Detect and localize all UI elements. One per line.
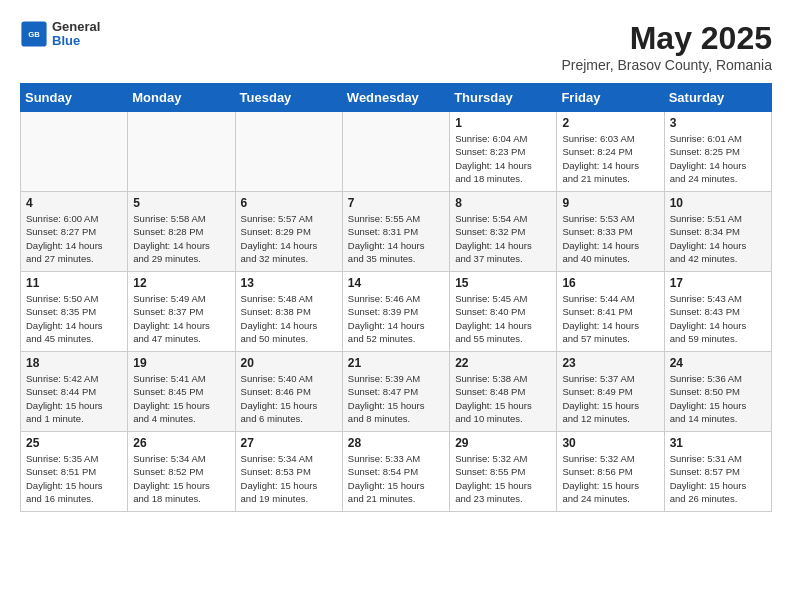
- day-info: Sunrise: 5:36 AMSunset: 8:50 PMDaylight:…: [670, 372, 766, 425]
- day-info: Sunrise: 5:31 AMSunset: 8:57 PMDaylight:…: [670, 452, 766, 505]
- logo-blue-text: Blue: [52, 34, 100, 48]
- calendar-header-row: SundayMondayTuesdayWednesdayThursdayFrid…: [21, 84, 772, 112]
- day-info: Sunrise: 5:34 AMSunset: 8:52 PMDaylight:…: [133, 452, 229, 505]
- day-number: 29: [455, 436, 551, 450]
- day-number: 21: [348, 356, 444, 370]
- title-block: May 2025 Prejmer, Brasov County, Romania: [561, 20, 772, 73]
- day-info: Sunrise: 6:00 AMSunset: 8:27 PMDaylight:…: [26, 212, 122, 265]
- calendar-header-saturday: Saturday: [664, 84, 771, 112]
- calendar-day-9: 9Sunrise: 5:53 AMSunset: 8:33 PMDaylight…: [557, 192, 664, 272]
- day-number: 19: [133, 356, 229, 370]
- day-number: 12: [133, 276, 229, 290]
- calendar-week-row: 25Sunrise: 5:35 AMSunset: 8:51 PMDayligh…: [21, 432, 772, 512]
- day-info: Sunrise: 6:01 AMSunset: 8:25 PMDaylight:…: [670, 132, 766, 185]
- day-info: Sunrise: 5:55 AMSunset: 8:31 PMDaylight:…: [348, 212, 444, 265]
- calendar-week-row: 11Sunrise: 5:50 AMSunset: 8:35 PMDayligh…: [21, 272, 772, 352]
- day-info: Sunrise: 5:42 AMSunset: 8:44 PMDaylight:…: [26, 372, 122, 425]
- day-number: 9: [562, 196, 658, 210]
- calendar-empty-cell: [128, 112, 235, 192]
- day-number: 14: [348, 276, 444, 290]
- day-number: 26: [133, 436, 229, 450]
- subtitle: Prejmer, Brasov County, Romania: [561, 57, 772, 73]
- day-info: Sunrise: 5:48 AMSunset: 8:38 PMDaylight:…: [241, 292, 337, 345]
- day-info: Sunrise: 5:34 AMSunset: 8:53 PMDaylight:…: [241, 452, 337, 505]
- calendar-empty-cell: [235, 112, 342, 192]
- calendar-day-7: 7Sunrise: 5:55 AMSunset: 8:31 PMDaylight…: [342, 192, 449, 272]
- logo-general-text: General: [52, 20, 100, 34]
- day-number: 23: [562, 356, 658, 370]
- calendar-week-row: 18Sunrise: 5:42 AMSunset: 8:44 PMDayligh…: [21, 352, 772, 432]
- day-number: 8: [455, 196, 551, 210]
- day-number: 4: [26, 196, 122, 210]
- day-info: Sunrise: 5:43 AMSunset: 8:43 PMDaylight:…: [670, 292, 766, 345]
- calendar-day-4: 4Sunrise: 6:00 AMSunset: 8:27 PMDaylight…: [21, 192, 128, 272]
- day-number: 18: [26, 356, 122, 370]
- day-number: 5: [133, 196, 229, 210]
- calendar-day-20: 20Sunrise: 5:40 AMSunset: 8:46 PMDayligh…: [235, 352, 342, 432]
- calendar-day-25: 25Sunrise: 5:35 AMSunset: 8:51 PMDayligh…: [21, 432, 128, 512]
- calendar-header-monday: Monday: [128, 84, 235, 112]
- day-number: 16: [562, 276, 658, 290]
- day-info: Sunrise: 5:49 AMSunset: 8:37 PMDaylight:…: [133, 292, 229, 345]
- day-number: 31: [670, 436, 766, 450]
- calendar-day-16: 16Sunrise: 5:44 AMSunset: 8:41 PMDayligh…: [557, 272, 664, 352]
- day-number: 1: [455, 116, 551, 130]
- day-info: Sunrise: 5:35 AMSunset: 8:51 PMDaylight:…: [26, 452, 122, 505]
- day-info: Sunrise: 5:50 AMSunset: 8:35 PMDaylight:…: [26, 292, 122, 345]
- calendar-day-3: 3Sunrise: 6:01 AMSunset: 8:25 PMDaylight…: [664, 112, 771, 192]
- page-header: GB General Blue May 2025 Prejmer, Brasov…: [20, 20, 772, 73]
- day-info: Sunrise: 5:41 AMSunset: 8:45 PMDaylight:…: [133, 372, 229, 425]
- calendar-day-22: 22Sunrise: 5:38 AMSunset: 8:48 PMDayligh…: [450, 352, 557, 432]
- day-info: Sunrise: 5:37 AMSunset: 8:49 PMDaylight:…: [562, 372, 658, 425]
- day-number: 27: [241, 436, 337, 450]
- day-info: Sunrise: 5:40 AMSunset: 8:46 PMDaylight:…: [241, 372, 337, 425]
- calendar-table: SundayMondayTuesdayWednesdayThursdayFrid…: [20, 83, 772, 512]
- day-info: Sunrise: 5:39 AMSunset: 8:47 PMDaylight:…: [348, 372, 444, 425]
- day-number: 3: [670, 116, 766, 130]
- logo: GB General Blue: [20, 20, 100, 49]
- day-info: Sunrise: 5:44 AMSunset: 8:41 PMDaylight:…: [562, 292, 658, 345]
- day-info: Sunrise: 6:03 AMSunset: 8:24 PMDaylight:…: [562, 132, 658, 185]
- calendar-week-row: 4Sunrise: 6:00 AMSunset: 8:27 PMDaylight…: [21, 192, 772, 272]
- day-number: 30: [562, 436, 658, 450]
- calendar-day-12: 12Sunrise: 5:49 AMSunset: 8:37 PMDayligh…: [128, 272, 235, 352]
- logo-icon: GB: [20, 20, 48, 48]
- calendar-day-2: 2Sunrise: 6:03 AMSunset: 8:24 PMDaylight…: [557, 112, 664, 192]
- calendar-day-14: 14Sunrise: 5:46 AMSunset: 8:39 PMDayligh…: [342, 272, 449, 352]
- calendar-day-21: 21Sunrise: 5:39 AMSunset: 8:47 PMDayligh…: [342, 352, 449, 432]
- calendar-day-31: 31Sunrise: 5:31 AMSunset: 8:57 PMDayligh…: [664, 432, 771, 512]
- calendar-day-23: 23Sunrise: 5:37 AMSunset: 8:49 PMDayligh…: [557, 352, 664, 432]
- day-number: 24: [670, 356, 766, 370]
- calendar-day-10: 10Sunrise: 5:51 AMSunset: 8:34 PMDayligh…: [664, 192, 771, 272]
- calendar-header-tuesday: Tuesday: [235, 84, 342, 112]
- calendar-header-sunday: Sunday: [21, 84, 128, 112]
- day-number: 28: [348, 436, 444, 450]
- calendar-day-27: 27Sunrise: 5:34 AMSunset: 8:53 PMDayligh…: [235, 432, 342, 512]
- day-number: 13: [241, 276, 337, 290]
- calendar-day-18: 18Sunrise: 5:42 AMSunset: 8:44 PMDayligh…: [21, 352, 128, 432]
- calendar-day-13: 13Sunrise: 5:48 AMSunset: 8:38 PMDayligh…: [235, 272, 342, 352]
- day-info: Sunrise: 5:45 AMSunset: 8:40 PMDaylight:…: [455, 292, 551, 345]
- day-number: 20: [241, 356, 337, 370]
- day-info: Sunrise: 5:54 AMSunset: 8:32 PMDaylight:…: [455, 212, 551, 265]
- day-info: Sunrise: 5:57 AMSunset: 8:29 PMDaylight:…: [241, 212, 337, 265]
- day-number: 11: [26, 276, 122, 290]
- calendar-day-15: 15Sunrise: 5:45 AMSunset: 8:40 PMDayligh…: [450, 272, 557, 352]
- day-info: Sunrise: 5:53 AMSunset: 8:33 PMDaylight:…: [562, 212, 658, 265]
- calendar-empty-cell: [342, 112, 449, 192]
- calendar-day-11: 11Sunrise: 5:50 AMSunset: 8:35 PMDayligh…: [21, 272, 128, 352]
- calendar-week-row: 1Sunrise: 6:04 AMSunset: 8:23 PMDaylight…: [21, 112, 772, 192]
- calendar-day-29: 29Sunrise: 5:32 AMSunset: 8:55 PMDayligh…: [450, 432, 557, 512]
- day-number: 25: [26, 436, 122, 450]
- calendar-day-8: 8Sunrise: 5:54 AMSunset: 8:32 PMDaylight…: [450, 192, 557, 272]
- calendar-header-thursday: Thursday: [450, 84, 557, 112]
- day-info: Sunrise: 5:32 AMSunset: 8:55 PMDaylight:…: [455, 452, 551, 505]
- day-info: Sunrise: 5:32 AMSunset: 8:56 PMDaylight:…: [562, 452, 658, 505]
- day-info: Sunrise: 5:38 AMSunset: 8:48 PMDaylight:…: [455, 372, 551, 425]
- calendar-day-5: 5Sunrise: 5:58 AMSunset: 8:28 PMDaylight…: [128, 192, 235, 272]
- day-info: Sunrise: 5:58 AMSunset: 8:28 PMDaylight:…: [133, 212, 229, 265]
- day-number: 2: [562, 116, 658, 130]
- svg-text:GB: GB: [28, 30, 40, 39]
- day-info: Sunrise: 6:04 AMSunset: 8:23 PMDaylight:…: [455, 132, 551, 185]
- day-number: 22: [455, 356, 551, 370]
